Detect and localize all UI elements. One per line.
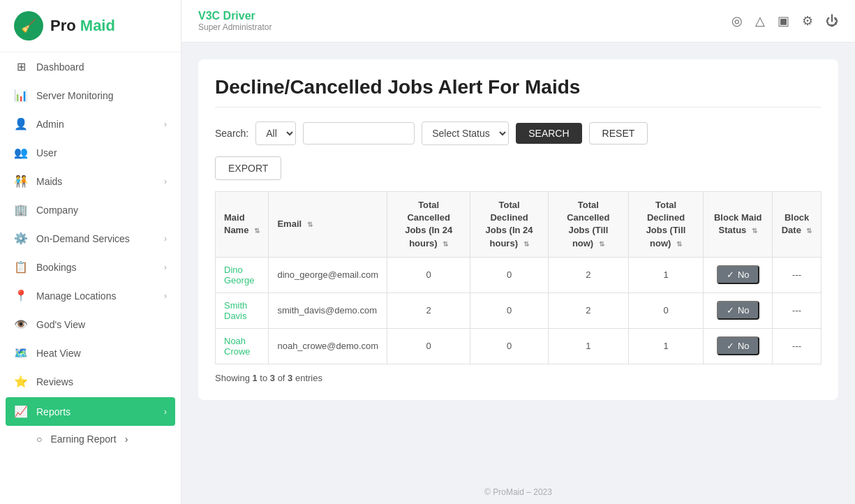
nav-icon-dashboard: ⊞ xyxy=(14,60,28,73)
cell-block-status-0: ✓ No xyxy=(704,257,773,292)
cell-maid-name-1: Smith Davis xyxy=(216,292,269,328)
cell-cancelled-now-0: 2 xyxy=(548,257,628,292)
col-cancelled-now: Total Cancelled Jobs (Till now) ⇅ xyxy=(548,192,628,258)
showing-text: Showing 1 to 3 of 3 entries xyxy=(215,373,821,383)
alert-icon[interactable]: △ xyxy=(755,13,765,29)
sidebar-item-bookings[interactable]: 📋 Bookings › xyxy=(0,253,181,281)
nav-arrow-earning-report: › xyxy=(125,433,128,445)
header-icons: ◎ △ ▣ ⚙ ⏻ xyxy=(731,13,838,29)
nav-label-dashboard: Dashboard xyxy=(36,61,167,73)
col-declined-24: Total Declined Jobs (In 24 hours) ⇅ xyxy=(470,192,549,258)
logo-text: Pro Maid xyxy=(50,17,115,35)
search-type-select[interactable]: All xyxy=(255,121,296,145)
header-user-info: V3C Driver Super Administrator xyxy=(198,10,272,32)
col-cancelled-24: Total Cancelled Jobs (In 24 hours) ⇅ xyxy=(387,192,470,258)
sidebar-item-gods-view[interactable]: 👁️ God's View xyxy=(0,310,181,339)
nav-label-earning-report: Earning Report xyxy=(50,433,116,445)
nav-arrow-bookings: › xyxy=(164,262,167,272)
block-status-badge-0[interactable]: ✓ No xyxy=(717,265,759,284)
nav-arrow-on-demand: › xyxy=(164,234,167,244)
sidebar: 🧹 Pro Maid ⊞ Dashboard 📊 Server Monitori… xyxy=(0,0,181,504)
maid-name-link-1[interactable]: Smith Davis xyxy=(224,300,247,321)
sidebar-item-heat-view[interactable]: 🗺️ Heat View xyxy=(0,339,181,367)
content-card: Decline/Cancelled Jobs Alert For Maids S… xyxy=(198,59,838,400)
cell-declined-now-0: 1 xyxy=(628,257,704,292)
cell-block-status-2: ✓ No xyxy=(704,328,773,364)
power-icon[interactable]: ⏻ xyxy=(826,14,838,29)
sort-icon-email: ⇅ xyxy=(307,221,313,228)
cell-email-2: noah_crowe@demo.com xyxy=(269,328,387,364)
content-area: Decline/Cancelled Jobs Alert For Maids S… xyxy=(181,43,855,480)
header-user-name: V3C Driver xyxy=(198,10,272,22)
nav-label-admin: Admin xyxy=(36,119,156,130)
nav-icon-admin: 👤 xyxy=(14,117,28,131)
nav-label-on-demand: On-Demand Services xyxy=(36,233,156,244)
nav-arrow-admin: › xyxy=(164,119,167,129)
sidebar-item-manage-locations[interactable]: 📍 Manage Locations › xyxy=(0,281,181,310)
check-icon-2: ✓ xyxy=(727,341,734,351)
check-icon-0: ✓ xyxy=(727,269,734,280)
nav-label-company: Company xyxy=(36,205,167,216)
cell-cancelled-now-2: 1 xyxy=(548,328,628,364)
sidebar-item-earning-report[interactable]: ○ Earning Report › xyxy=(0,427,181,451)
main-content: V3C Driver Super Administrator ◎ △ ▣ ⚙ ⏻… xyxy=(181,0,855,504)
cell-declined-24-1: 0 xyxy=(470,292,549,328)
maid-name-link-2[interactable]: Noah Crowe xyxy=(224,336,251,357)
cell-declined-now-1: 0 xyxy=(628,292,704,328)
footer-text: © ProMaid – 2023 xyxy=(484,487,552,497)
table-row: Dino George dino_george@email.com 0 0 2 … xyxy=(216,257,821,292)
sidebar-item-reviews[interactable]: ⭐ Reviews xyxy=(0,367,181,396)
maid-name-link-0[interactable]: Dino George xyxy=(224,265,254,286)
cell-block-date-0: --- xyxy=(773,257,821,292)
cell-cancelled-24-0: 0 xyxy=(387,257,470,292)
col-block-date: Block Date ⇅ xyxy=(773,192,821,258)
title-divider xyxy=(215,107,821,108)
sidebar-item-dashboard[interactable]: ⊞ Dashboard xyxy=(0,52,181,81)
sidebar-item-on-demand[interactable]: ⚙️ On-Demand Services › xyxy=(0,224,181,253)
cell-block-date-2: --- xyxy=(773,328,821,364)
nav-arrow-reports: › xyxy=(164,407,167,417)
sort-icon-cancelled-24: ⇅ xyxy=(443,240,448,248)
nav-icon-maids: 🧑‍🤝‍🧑 xyxy=(14,175,28,188)
nav-icon-gods-view: 👁️ xyxy=(14,318,28,331)
sort-icon-declined-24: ⇅ xyxy=(523,240,529,248)
nav-label-server-monitoring: Server Monitoring xyxy=(36,90,167,101)
header-user-role: Super Administrator xyxy=(198,22,272,32)
table-row: Smith Davis smith_davis@demo.com 2 0 2 0… xyxy=(216,292,821,328)
sidebar-item-server-monitoring[interactable]: 📊 Server Monitoring xyxy=(0,81,181,110)
sort-icon-cancelled-now: ⇅ xyxy=(599,240,604,248)
gear-icon[interactable]: ⚙ xyxy=(802,13,813,29)
nav-label-bookings: Bookings xyxy=(36,262,156,273)
clipboard-icon[interactable]: ▣ xyxy=(778,13,789,29)
nav-label-reports: Reports xyxy=(36,406,156,417)
block-status-badge-1[interactable]: ✓ No xyxy=(717,301,759,320)
cell-cancelled-24-2: 0 xyxy=(387,328,470,364)
reset-button[interactable]: RESET xyxy=(589,122,648,144)
search-input[interactable] xyxy=(303,122,415,144)
search-bar: Search: All Select Status SEARCH RESET xyxy=(215,121,821,145)
sidebar-item-maids[interactable]: 🧑‍🤝‍🧑 Maids › xyxy=(0,167,181,195)
export-button[interactable]: EXPORT xyxy=(215,156,281,180)
nav-icon-company: 🏢 xyxy=(14,203,28,216)
sidebar-item-admin[interactable]: 👤 Admin › xyxy=(0,110,181,138)
footer: © ProMaid – 2023 xyxy=(181,480,855,504)
sort-icon-declined-now: ⇅ xyxy=(676,240,682,248)
nav-label-gods-view: God's View xyxy=(36,319,167,330)
search-button[interactable]: SEARCH xyxy=(516,123,581,144)
sort-icon-maid: ⇅ xyxy=(254,227,260,235)
page-title: Decline/Cancelled Jobs Alert For Maids xyxy=(215,76,821,98)
nav-icon-reports: 📈 xyxy=(14,405,28,418)
sidebar-item-company[interactable]: 🏢 Company xyxy=(0,195,181,224)
search-label: Search: xyxy=(215,128,248,139)
nav-label-heat-view: Heat View xyxy=(36,348,167,359)
col-maid-name: Maid Name ⇅ xyxy=(216,192,269,258)
person-icon[interactable]: ◎ xyxy=(731,13,743,29)
sidebar-item-user[interactable]: 👥 User xyxy=(0,138,181,167)
showing-from: 1 xyxy=(252,373,257,383)
nav-icon-manage-locations: 📍 xyxy=(14,289,28,302)
nav-icon-user: 👥 xyxy=(14,146,28,159)
block-status-badge-2[interactable]: ✓ No xyxy=(717,336,759,355)
logo-icon: 🧹 xyxy=(14,11,43,40)
search-status-select[interactable]: Select Status xyxy=(422,121,509,145)
sidebar-item-reports[interactable]: 📈 Reports › xyxy=(6,397,175,426)
